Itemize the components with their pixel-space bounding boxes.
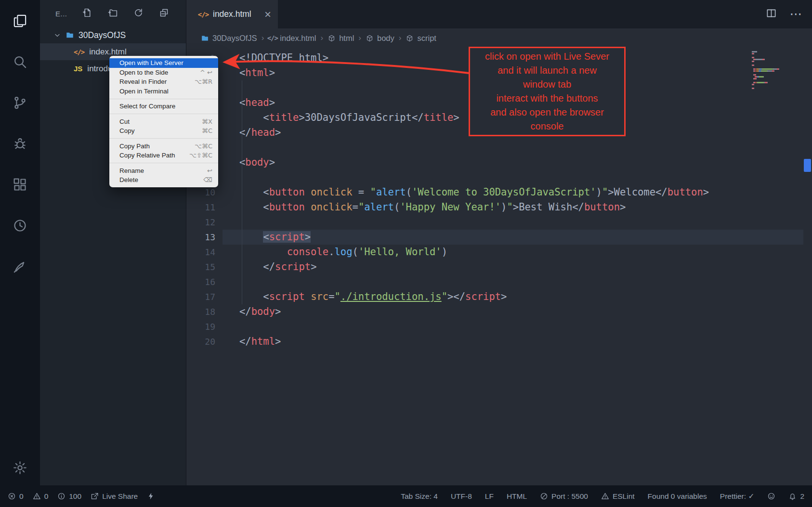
- status-lightning[interactable]: [147, 492, 155, 500]
- status-utf-8[interactable]: UTF-8: [451, 492, 472, 501]
- activity-gear[interactable]: [8, 455, 32, 480]
- cube-icon: [406, 34, 414, 42]
- smiley-icon: [767, 492, 775, 500]
- status-eslint[interactable]: ESLint: [601, 492, 635, 501]
- status-text: Prettier: ✓: [720, 492, 755, 501]
- explorer-actions: [82, 8, 169, 20]
- tabbar-actions: ⋯: [766, 0, 801, 28]
- status-0[interactable]: 0: [8, 492, 24, 501]
- activity-debug[interactable]: [8, 131, 32, 156]
- status-tab-size-4[interactable]: Tab Size: 4: [401, 492, 438, 501]
- breadcrumb-item-index-html[interactable]: </>index.html: [268, 34, 316, 43]
- collapse-all-button[interactable]: [159, 8, 169, 20]
- close-tab-icon[interactable]: ×: [264, 9, 271, 20]
- status-live-share[interactable]: Live Share: [91, 492, 138, 501]
- split-editor-button[interactable]: [766, 8, 777, 21]
- code-line-13[interactable]: 13 <script>: [186, 230, 812, 245]
- status-prettier[interactable]: Prettier: ✓: [720, 492, 755, 501]
- menu-shortcut: ⌥⇧⌘C: [189, 152, 212, 159]
- code-line-12[interactable]: 12: [186, 215, 812, 230]
- status-100[interactable]: 100: [57, 492, 81, 501]
- menu-item-copy-path[interactable]: Copy Path⌥⌘C: [109, 142, 218, 151]
- minimap-line: [752, 86, 800, 87]
- annotation-line: interact with the buttons: [472, 91, 622, 105]
- code-line-11[interactable]: 11 <button onclick="alert('Happy New Yea…: [186, 200, 812, 215]
- collapse-all-icon: [159, 8, 169, 18]
- new-folder-icon: [108, 8, 118, 18]
- breadcrumb-item-script[interactable]: script: [406, 34, 436, 43]
- activity-files[interactable]: [8, 9, 32, 33]
- status-text: LF: [485, 492, 494, 501]
- activity-bar: [0, 0, 40, 485]
- menu-item-delete[interactable]: Delete⌫: [109, 175, 218, 185]
- code-line-19[interactable]: 19: [186, 319, 812, 334]
- menu-item-label: Select for Compare: [119, 103, 175, 110]
- menu-item-select-for-compare[interactable]: Select for Compare: [109, 102, 218, 111]
- menu-shortcut: ⌥⌘R: [195, 78, 212, 85]
- menu-separator: [109, 114, 218, 114]
- breadcrumb-item-html[interactable]: html: [327, 34, 354, 43]
- status-port-5500[interactable]: Port : 5500: [540, 492, 588, 501]
- menu-separator: [109, 99, 218, 99]
- refresh-icon: [133, 8, 144, 18]
- cube-icon: [327, 34, 336, 42]
- folder-project-icon: [65, 31, 74, 39]
- menu-item-open-to-the-side[interactable]: Open to the Side^ ↩: [109, 68, 218, 78]
- tab-index-html[interactable]: </> index.html ×: [186, 0, 278, 28]
- status-smiley[interactable]: [767, 492, 775, 500]
- activity-clock[interactable]: [8, 213, 32, 237]
- minimap-line: [752, 88, 800, 89]
- lightning-icon: [147, 492, 155, 500]
- code-line-17[interactable]: 17 <script src="./introduction.js"></scr…: [186, 289, 812, 304]
- code-line-15[interactable]: 15 </script>: [186, 260, 812, 274]
- new-file-icon: [82, 8, 92, 18]
- code-line-8[interactable]: 8<body>: [186, 155, 812, 170]
- annotation-line: console: [472, 119, 622, 133]
- menu-separator: [109, 163, 218, 163]
- menu-item-copy-relative-path[interactable]: Copy Relative Path⌥⇧⌘C: [109, 151, 218, 160]
- menu-shortcut: ⌘X: [202, 118, 212, 125]
- activity-pen[interactable]: [8, 254, 32, 278]
- code-line-14[interactable]: 14 console.log('Hello, World'): [186, 245, 812, 260]
- menu-item-label: Open with Live Server: [119, 59, 183, 66]
- line-number: 11: [186, 200, 223, 215]
- menu-item-copy[interactable]: Copy⌘C: [109, 126, 218, 136]
- code-line-16[interactable]: 16: [186, 274, 812, 289]
- activity-extensions[interactable]: [8, 172, 32, 196]
- status-lf[interactable]: LF: [485, 492, 494, 501]
- folder-row-30daysofjs[interactable]: 30DaysOfJS: [40, 27, 186, 43]
- code-text: <script src="./introduction.js"></script…: [223, 289, 803, 304]
- breadcrumb-item-30daysofjs[interactable]: 30DaysOfJS: [201, 34, 257, 43]
- activity-search[interactable]: [8, 50, 32, 74]
- breadcrumb-item-body[interactable]: body: [366, 34, 394, 43]
- activity-source-control[interactable]: [8, 91, 32, 115]
- code-line-10[interactable]: 10 <button onclick = "alert('Welcome to …: [186, 185, 812, 200]
- code-text: [223, 215, 803, 230]
- menu-item-reveal-in-finder[interactable]: Reveal in Finder⌥⌘R: [109, 77, 218, 87]
- minimap-line: [752, 70, 800, 72]
- new-folder-button[interactable]: [108, 8, 118, 20]
- error-icon: [8, 492, 16, 500]
- refresh-button[interactable]: [133, 8, 144, 20]
- status-found-0-variables[interactable]: Found 0 variables: [648, 492, 707, 501]
- status-0[interactable]: 0: [33, 492, 49, 501]
- more-button[interactable]: ⋯: [790, 8, 801, 20]
- minimap-line: [752, 55, 800, 56]
- status-2[interactable]: 2: [788, 492, 804, 501]
- breadcrumb-separator: ›: [358, 33, 361, 43]
- minimap[interactable]: [752, 51, 800, 90]
- menu-item-open-with-live-server[interactable]: Open with Live Server: [109, 58, 218, 68]
- code-line-20[interactable]: 20</html>: [186, 334, 812, 349]
- new-file-button[interactable]: [82, 8, 92, 20]
- menu-item-rename[interactable]: Rename↩: [109, 166, 218, 176]
- status-html[interactable]: HTML: [507, 492, 527, 501]
- minimap-line: [752, 59, 800, 60]
- menu-item-open-in-terminal[interactable]: Open in Terminal: [109, 87, 218, 96]
- folder-project-icon: [201, 34, 209, 42]
- code-line-18[interactable]: 18</body>: [186, 304, 812, 319]
- code-line-7[interactable]: 7: [186, 140, 812, 155]
- code-text: </script>: [223, 260, 803, 274]
- menu-item-cut[interactable]: Cut⌘X: [109, 117, 218, 127]
- line-number: 15: [186, 260, 223, 274]
- code-line-9[interactable]: 9: [186, 170, 812, 185]
